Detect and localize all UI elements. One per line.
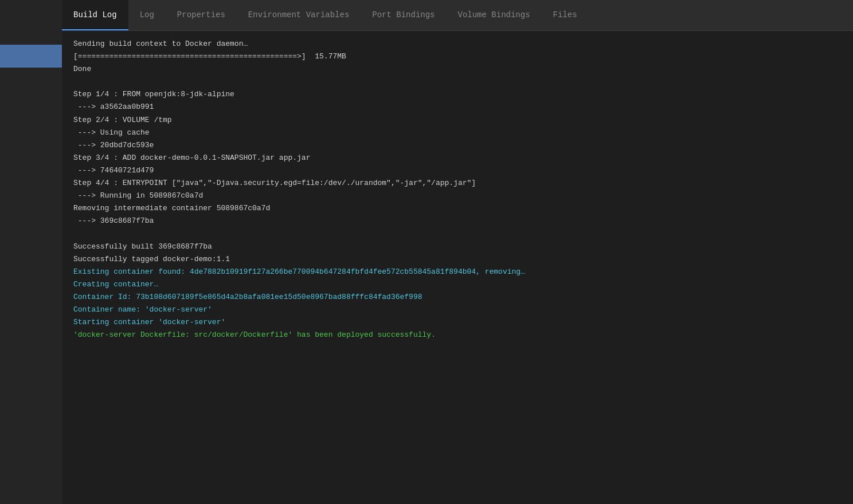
tab-bar: Build LogLogPropertiesEnvironment Variab… [62,0,853,31]
log-line-7: ---> Using cache [73,127,842,139]
tab-environment-variables[interactable]: Environment Variables [237,0,361,30]
log-line-20: Container Id: 73b108d607189f5e865d4a2b8a… [73,291,842,304]
tab-port-bindings[interactable]: Port Bindings [361,0,446,30]
log-line-15 [73,227,842,240]
log-line-2: Done [73,63,842,76]
log-line-17: Successfully tagged docker-demo:1.1 [73,253,842,266]
log-line-18: Existing container found: 4de7882b10919f… [73,266,842,278]
main-content: Build LogLogPropertiesEnvironment Variab… [62,0,853,504]
log-line-12: ---> Running in 5089867c0a7d [73,190,842,202]
log-line-11: Step 4/4 : ENTRYPOINT ["java","-Djava.se… [73,177,842,190]
log-line-13: Removing intermediate container 5089867c… [73,202,842,215]
log-line-10: ---> 74640721d479 [73,164,842,177]
log-line-16: Successfully built 369c8687f7ba [73,241,842,253]
log-line-8: ---> 20dbd7dc593e [73,139,842,152]
log-line-1: [=======================================… [73,50,842,63]
log-line-3 [73,76,842,88]
log-area[interactable]: Sending build context to Docker daemon…[… [62,31,853,504]
log-line-5: ---> a3562aa0b991 [73,101,842,113]
sidebar-highlight [0,45,62,68]
log-line-22: Starting container 'docker-server' [73,316,842,329]
log-line-6: Step 2/4 : VOLUME /tmp [73,114,842,127]
log-line-23: 'docker-server Dockerfile: src/docker/Do… [73,329,842,341]
tab-log[interactable]: Log [128,0,166,30]
log-line-0: Sending build context to Docker daemon… [73,38,842,50]
log-line-9: Step 3/4 : ADD docker-demo-0.0.1-SNAPSHO… [73,152,842,164]
log-line-21: Container name: 'docker-server' [73,304,842,316]
tab-volume-bindings[interactable]: Volume Bindings [447,0,542,30]
log-line-19: Creating container… [73,278,842,291]
sidebar [0,0,62,504]
log-line-4: Step 1/4 : FROM openjdk:8-jdk-alpine [73,88,842,101]
tab-files[interactable]: Files [542,0,589,30]
tab-properties[interactable]: Properties [166,0,237,30]
log-line-14: ---> 369c8687f7ba [73,215,842,227]
tab-build-log[interactable]: Build Log [62,0,128,30]
